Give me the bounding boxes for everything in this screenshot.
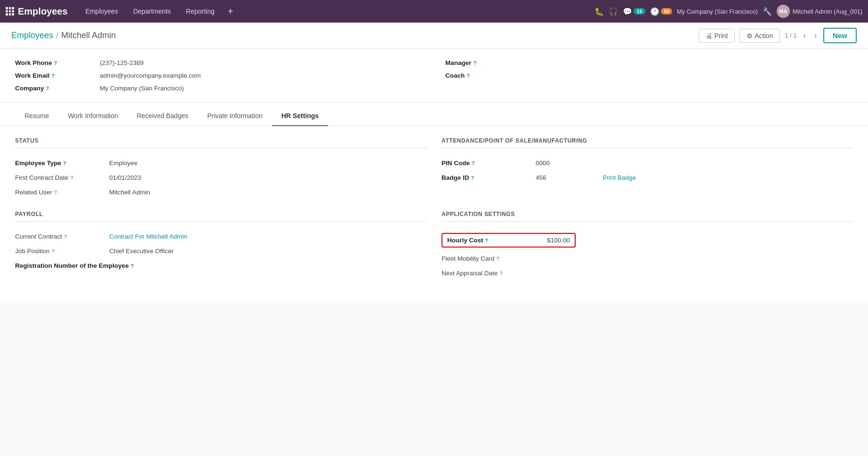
coach-field: Coach ? [445, 69, 853, 82]
work-phone-value: (237)-125-2389 [100, 59, 144, 66]
fleet-mobility-help[interactable]: ? [497, 256, 499, 262]
hourly-cost-value: $100.00 [547, 237, 570, 244]
coach-help[interactable]: ? [466, 73, 470, 79]
badge-id-help[interactable]: ? [471, 175, 474, 181]
fleet-mobility-label: Fleet Mobility Card ? [442, 255, 536, 262]
pin-code-value: 0000 [536, 160, 550, 167]
top-navigation: Employees Employees Departments Reportin… [0, 0, 868, 23]
current-contract-help[interactable]: ? [64, 234, 67, 240]
payroll-section: PAYROLL Current Contract ? Contract For … [15, 211, 426, 280]
badge-id-field: Badge ID ? 456 Print Badge [442, 170, 853, 185]
hourly-cost-highlighted: Hourly Cost ? $100.00 [442, 233, 576, 248]
app-settings-section: APPLICATION SETTINGS Hourly Cost ? $100.… [442, 211, 853, 280]
tab-private-information[interactable]: Private Information [198, 106, 272, 126]
next-appraisal-help[interactable]: ? [499, 271, 502, 276]
job-position-label: Job Position ? [15, 248, 109, 255]
chat-count: 16 [634, 8, 645, 15]
tab-received-badges[interactable]: Received Badges [127, 106, 198, 126]
action-button[interactable]: ⚙ Action [739, 29, 780, 43]
breadcrumb-parent[interactable]: Employees [11, 31, 53, 40]
tabs-bar: Resume Work Information Received Badges … [0, 106, 868, 126]
work-email-help[interactable]: ? [51, 73, 55, 79]
wrench-icon[interactable]: 🔧 [763, 7, 772, 16]
nav-right: 🐛 🎧 💬 16 🕐 50 My Company (San Francisco)… [595, 5, 862, 18]
status-section: STATUS Employee Type ? Employee First Co… [15, 137, 426, 200]
hourly-cost-help[interactable]: ? [485, 238, 489, 243]
page-count: 1 / 1 [785, 32, 796, 39]
registration-number-label: Registration Number of the Employee ? [15, 262, 134, 269]
work-phone-field: Work Phone ? (237)-125-2389 [15, 56, 423, 69]
attendance-header: ATTENDANCE/POINT OF SALE/MANUFACTURING [442, 137, 853, 148]
first-contract-help[interactable]: ? [70, 175, 73, 181]
first-contract-value: 01/01/2023 [109, 174, 141, 181]
related-user-value: Mitchell Admin [109, 189, 150, 196]
related-user-help[interactable]: ? [54, 190, 57, 195]
work-email-field: Work Email ? admin@yourcompany.example.c… [15, 69, 423, 82]
pin-code-label: PIN Code ? [442, 160, 536, 167]
breadcrumb: Employees / Mitchell Admin [11, 31, 699, 40]
employee-fields: Work Phone ? (237)-125-2389 Work Email ?… [0, 49, 868, 103]
print-button[interactable]: 🖨 Print [699, 29, 735, 43]
printer-icon: 🖨 [706, 32, 712, 40]
content-area: Work Phone ? (237)-125-2389 Work Email ?… [0, 49, 868, 303]
nav-links: Employees Departments Reporting + [79, 5, 238, 18]
coach-label: Coach ? [445, 72, 530, 79]
tab-hr-settings[interactable]: HR Settings [272, 106, 328, 126]
current-contract-value[interactable]: Contract For Mitchell Admin [109, 233, 187, 240]
gear-icon: ⚙ [747, 32, 753, 40]
hr-settings-content: STATUS Employee Type ? Employee First Co… [0, 126, 868, 303]
registration-number-help[interactable]: ? [131, 263, 134, 269]
related-user-label: Related User ? [15, 189, 109, 196]
nav-employees[interactable]: Employees [79, 5, 125, 18]
work-email-label: Work Email ? [15, 72, 100, 79]
clock-indicator[interactable]: 🕐 50 [650, 7, 672, 16]
status-header: STATUS [15, 137, 426, 148]
hourly-cost-label: Hourly Cost ? [447, 237, 541, 244]
next-arrow[interactable]: › [812, 30, 819, 42]
new-button[interactable]: New [823, 28, 857, 43]
job-position-value: Chief Executive Officer [109, 248, 174, 255]
company-label: Company ? [15, 85, 100, 92]
nav-add[interactable]: + [223, 5, 238, 18]
clock-icon: 🕐 [650, 7, 659, 16]
app-settings-header: APPLICATION SETTINGS [442, 211, 853, 222]
current-contract-field: Current Contract ? Contract For Mitchell… [15, 229, 426, 244]
avatar: MA [777, 5, 790, 18]
work-phone-help[interactable]: ? [54, 60, 57, 66]
employee-type-help[interactable]: ? [63, 160, 66, 166]
attendance-section: ATTENDANCE/POINT OF SALE/MANUFACTURING P… [442, 137, 853, 200]
employee-type-label: Employee Type ? [15, 160, 109, 167]
employee-type-field: Employee Type ? Employee [15, 156, 426, 170]
manager-help[interactable]: ? [474, 60, 477, 66]
next-appraisal-field: Next Appraisal Date ? [442, 266, 853, 280]
job-position-help[interactable]: ? [52, 248, 55, 254]
company-value: My Company (San Francisco) [100, 85, 184, 92]
grid-icon[interactable] [6, 7, 14, 16]
first-contract-field: First Contract Date ? 01/01/2023 [15, 170, 426, 185]
pin-code-help[interactable]: ? [472, 160, 475, 166]
print-badge-link[interactable]: Print Badge [603, 174, 636, 181]
tab-work-information[interactable]: Work Information [58, 106, 127, 126]
job-position-field: Job Position ? Chief Executive Officer [15, 244, 426, 258]
manager-label: Manager ? [445, 59, 530, 66]
chat-icon: 💬 [623, 7, 632, 16]
company-help[interactable]: ? [46, 86, 49, 91]
user-menu[interactable]: MA Mitchell Admin (Aug_001) [777, 5, 862, 18]
user-name: Mitchell Admin (Aug_001) [793, 8, 862, 15]
badge-id-label: Badge ID ? [442, 174, 536, 181]
tab-resume[interactable]: Resume [15, 106, 58, 126]
bug-icon[interactable]: 🐛 [595, 7, 604, 16]
headset-icon[interactable]: 🎧 [609, 7, 618, 16]
nav-departments[interactable]: Departments [127, 5, 177, 18]
app-title[interactable]: Employees [6, 6, 68, 17]
breadcrumb-current: Mitchell Admin [61, 31, 116, 40]
registration-number-field: Registration Number of the Employee ? [15, 258, 426, 273]
status-attendance-row: STATUS Employee Type ? Employee First Co… [15, 137, 853, 200]
nav-reporting[interactable]: Reporting [179, 5, 221, 18]
payroll-header: PAYROLL [15, 211, 426, 222]
related-user-field: Related User ? Mitchell Admin [15, 185, 426, 200]
chat-indicator[interactable]: 💬 16 [623, 7, 645, 16]
prev-arrow[interactable]: ‹ [802, 30, 808, 42]
payroll-appsettings-row: PAYROLL Current Contract ? Contract For … [15, 211, 853, 280]
hourly-cost-field: Hourly Cost ? $100.00 [442, 229, 853, 251]
